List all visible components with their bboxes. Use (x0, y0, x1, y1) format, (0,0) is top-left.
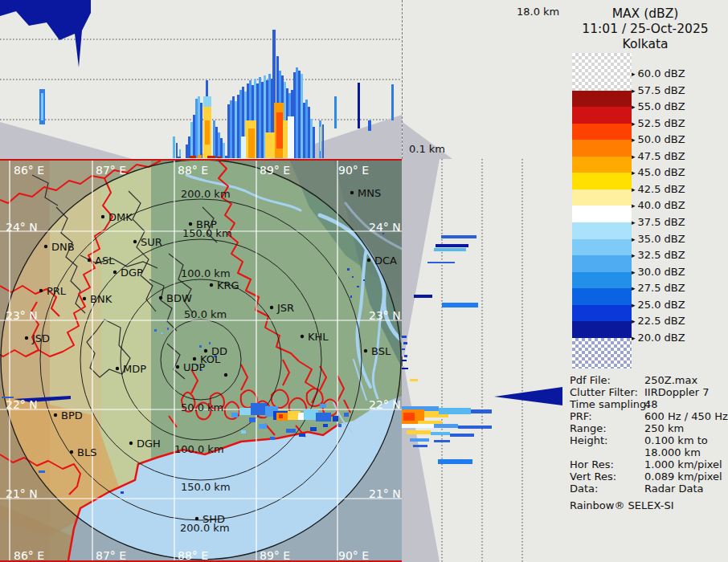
scale-band (572, 157, 632, 173)
scale-label: ▸32.5 dBZ (632, 249, 685, 262)
top-profile-image (0, 0, 402, 159)
longitude-label: 89° E (260, 164, 290, 177)
product-metadata: Pdf File:250Z.maxClutter Filter:IIRDoppl… (570, 374, 726, 511)
echo-bar (186, 145, 188, 158)
station-label: JSD (31, 332, 50, 344)
scale-tick-arrow-icon: ▸ (632, 317, 636, 325)
legend-title-block: MAX (dBZ) 11:01 / 25-Oct-2025 Kolkata (562, 6, 728, 52)
echo-pixel (286, 429, 296, 433)
scale-band (572, 338, 632, 369)
range-ring-label: 100.0 km (181, 267, 231, 279)
scale-tick-arrow-icon: ▸ (632, 334, 636, 342)
metadata-key: Vert Res: (570, 470, 644, 483)
echo-bar (173, 136, 175, 158)
metadata-value: 0.089 km/pixel (644, 470, 726, 483)
station-marker-dot (195, 517, 198, 520)
latitude-label: 23° N (369, 309, 401, 322)
metadata-row: Height:0.100 km to (570, 434, 726, 446)
metadata-row: Hor Res:1.000 km/pixel (570, 458, 726, 470)
echo-pixel (161, 332, 163, 334)
scale-band (572, 288, 632, 305)
scale-band (572, 140, 632, 157)
echo-pixel (231, 413, 238, 417)
metadata-key: Data: (570, 483, 644, 495)
echo-bar (213, 120, 215, 158)
echo-bar (215, 127, 218, 158)
height-axis-min-label: 0.1 km (409, 143, 445, 155)
station-marker-dot (159, 296, 162, 299)
echo-bar (434, 424, 458, 428)
scale-band (572, 206, 632, 222)
echo-bar (248, 128, 255, 158)
scale-tick-arrow-icon: ▸ (632, 87, 636, 95)
metadata-row: Time sampling:48 (570, 398, 726, 410)
station-marker-dot (44, 245, 47, 248)
echo-bar (241, 136, 246, 158)
echo-bar (402, 336, 407, 338)
radar-product-window: 18.0 km 0.1 km (0, 0, 728, 562)
echo-pixel (347, 268, 350, 271)
metadata-key: Pdf File: (570, 374, 644, 386)
radar-map-panel: 86° E86° E87° E87° E88° E88° E89° E89° E… (0, 159, 403, 562)
latitude-label: 21° N (6, 487, 38, 500)
map-frame-top (0, 159, 402, 161)
scale-label: ▸27.5 dBZ (632, 282, 685, 295)
scale-label: ▸55.0 dBZ (632, 100, 685, 113)
scale-label: ▸37.5 dBZ (632, 216, 685, 229)
metadata-row: PRF:600 Hz / 450 Hz (570, 410, 726, 422)
echo-bar (203, 96, 211, 107)
echo-bar (235, 101, 237, 158)
scale-tick-arrow-icon: ▸ (632, 153, 636, 161)
station-label: SHD (202, 513, 225, 525)
latitude-label: 21° N (369, 487, 401, 500)
station-label: DMK (108, 211, 133, 223)
scale-label: ▸60.0 dBZ (632, 67, 685, 80)
station-label: JSR (276, 302, 294, 314)
longitude-label: 87° E (96, 164, 126, 177)
echo-pixel (270, 437, 275, 440)
color-scale-bar (572, 53, 632, 369)
longitude-label: 89° E (260, 549, 290, 562)
product-timestamp: 11:01 / 25-Oct-2025 (562, 22, 728, 37)
interference-spike-echo-yz (494, 387, 562, 405)
scale-label: ▸22.5 dBZ (632, 315, 685, 328)
metadata-row: Pdf File:250Z.max (570, 374, 726, 386)
range-ring-label: 150.0 km (181, 481, 231, 493)
echo-bar (410, 438, 429, 442)
station-marker-dot (224, 373, 227, 377)
echo-bar (402, 424, 434, 428)
product-title: MAX (dBZ) (562, 6, 728, 22)
scale-band (572, 321, 632, 338)
range-ring-label: 200.0 km (181, 188, 231, 200)
echo-bar (410, 379, 418, 381)
echo-bar (434, 248, 466, 251)
scale-label: ▸30.0 dBZ (632, 266, 685, 279)
metadata-value: 250 km (644, 422, 726, 434)
station-marker-dot (133, 240, 137, 243)
echo-bar (413, 445, 427, 447)
echo-bar (298, 71, 301, 158)
echo-bar (256, 83, 259, 158)
metadata-row: Data:Radar Data (570, 483, 726, 495)
scale-tick-arrow-icon: ▸ (632, 284, 636, 292)
echo-pixel (299, 434, 305, 437)
longitude-label: 86° E (14, 164, 44, 177)
scale-band (572, 189, 632, 206)
longitude-label: 86° E (14, 549, 44, 562)
longitude-label: 90° E (338, 549, 369, 562)
echo-bar (230, 100, 232, 158)
longitude-label: 90° E (338, 164, 369, 177)
scale-label: ▸35.0 dBZ (632, 233, 685, 246)
scale-band (572, 222, 632, 239)
station-marker-dot (129, 442, 133, 445)
station-marker-dot (189, 222, 192, 226)
scale-label: ▸42.5 dBZ (632, 183, 685, 196)
echo-bar (232, 96, 235, 158)
latitude-label: 22° N (6, 398, 38, 411)
echo-bar (320, 127, 321, 151)
legend-panel: MAX (dBZ) 11:01 / 25-Oct-2025 Kolkata ▸6… (562, 0, 728, 562)
station-marker-dot (101, 215, 104, 218)
scale-band (572, 91, 632, 108)
station-marker-dot (367, 259, 370, 262)
station-label: BLS (77, 446, 96, 458)
